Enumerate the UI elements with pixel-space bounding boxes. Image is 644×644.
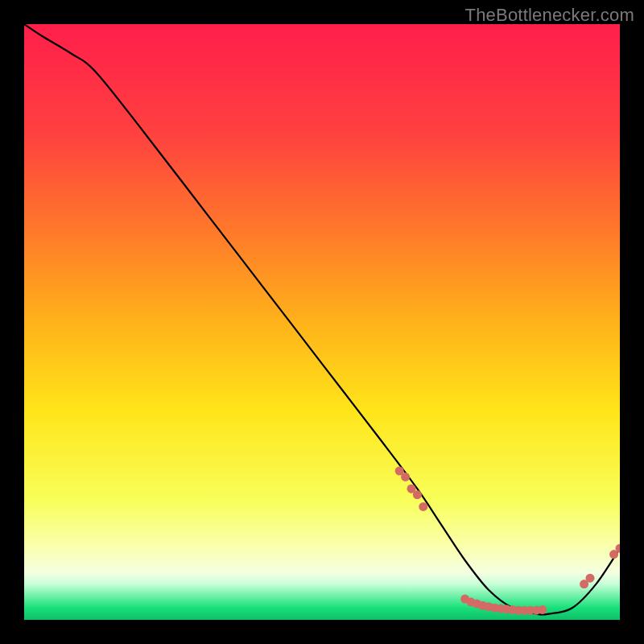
gradient-background bbox=[24, 24, 620, 620]
plot-area bbox=[24, 24, 620, 620]
chart-frame: TheBottlenecker.com bbox=[0, 0, 644, 644]
data-point bbox=[419, 502, 427, 511]
data-point bbox=[401, 473, 410, 481]
watermark-text: TheBottlenecker.com bbox=[465, 5, 634, 26]
data-point bbox=[586, 574, 595, 583]
chart-svg bbox=[24, 24, 620, 620]
data-point bbox=[413, 490, 422, 499]
data-point bbox=[538, 605, 547, 614]
